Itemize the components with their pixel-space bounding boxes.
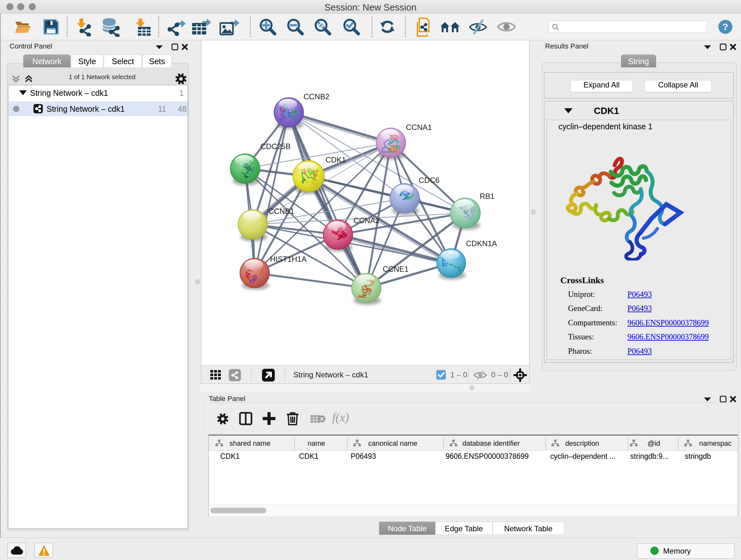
svg-text:CDKN1A: CDKN1A [466, 239, 497, 248]
svg-text:CCNA2: CCNA2 [354, 216, 380, 225]
svg-text:CCNB1: CCNB1 [268, 207, 294, 215]
svg-text:CCNE1: CCNE1 [383, 265, 408, 273]
svg-text:CDC25B: CDC25B [260, 142, 291, 151]
svg-text:HIST1H1A: HIST1H1A [270, 255, 307, 263]
svg-text:CDK1: CDK1 [326, 155, 346, 164]
svg-text:?: ? [723, 21, 728, 32]
svg-text:CDC6: CDC6 [419, 176, 440, 185]
svg-text:RB1: RB1 [480, 192, 495, 200]
svg-text:CCNB2: CCNB2 [304, 92, 329, 101]
svg-text:CCNA1: CCNA1 [406, 123, 432, 132]
